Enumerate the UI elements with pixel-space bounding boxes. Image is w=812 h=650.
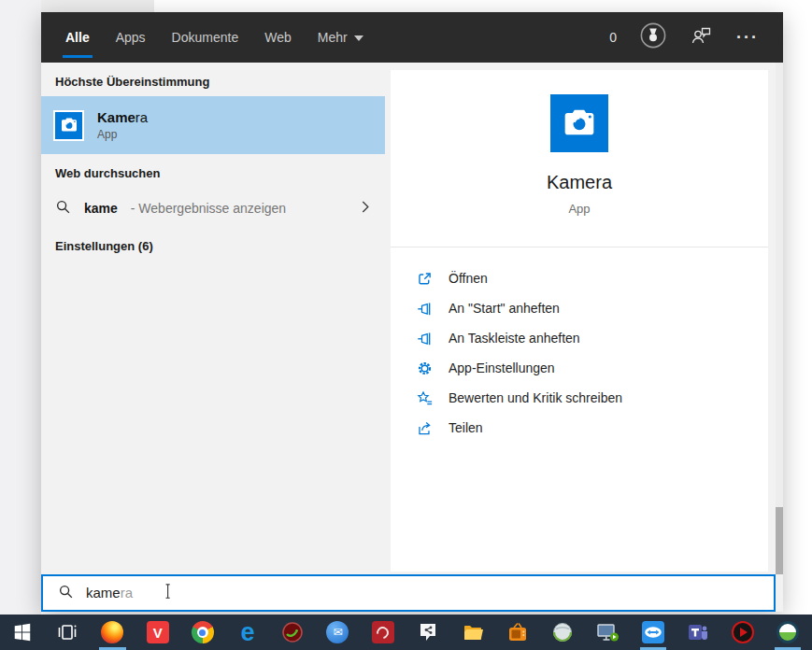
taskbar-file-explorer[interactable]	[450, 615, 495, 650]
chrome-icon	[192, 621, 214, 643]
app-title: Kamera	[391, 172, 768, 193]
best-match-subtitle: App	[97, 128, 148, 141]
action-pin-to-taskbar-label: An Taskleiste anheften	[449, 331, 580, 346]
pin-to-start-icon	[417, 301, 433, 317]
taskbar-feedback-bubble[interactable]	[406, 615, 450, 650]
vivaldi-icon: V	[147, 621, 169, 643]
taskbar-thunderbird[interactable]: ✉	[315, 615, 360, 650]
search-input-value: kamera	[86, 585, 133, 601]
action-app-settings-label: App-Einstellungen	[449, 360, 555, 375]
text-cursor-icon	[164, 583, 173, 603]
task-view-button[interactable]	[45, 615, 90, 650]
firefox-icon	[101, 621, 123, 643]
microsoft-teams-icon	[687, 621, 709, 643]
taskbar-vivaldi[interactable]: V	[135, 615, 180, 650]
filter-tabs: Alle Apps Dokumente Web Mehr	[65, 12, 363, 63]
action-share[interactable]: Teilen	[417, 413, 768, 443]
action-share-label: Teilen	[449, 420, 483, 435]
action-rate-review-label: Bewerten und Kritik schreiben	[449, 390, 622, 405]
header-actions: 0 ···	[609, 21, 759, 53]
taskbar-basilisk[interactable]	[270, 615, 315, 650]
web-suggestion-item[interactable]: kame - Webergebnisse anzeigen	[41, 190, 385, 227]
action-pin-to-taskbar[interactable]: An Taskleiste anheften	[417, 323, 768, 353]
scrollbar-thumb[interactable]	[776, 507, 783, 574]
rewards-count: 0	[609, 30, 617, 45]
thunderbird-icon: ✉	[326, 621, 349, 643]
action-open-label: Öffnen	[449, 271, 488, 286]
teamviewer-icon	[642, 621, 664, 643]
desktop-top-strip	[41, 0, 154, 12]
best-match-item[interactable]: Kamera App	[41, 96, 385, 154]
rewards-medal-icon[interactable]	[639, 21, 667, 53]
search-results-area: Höchste Übereinstimmung Kamera App Web d…	[41, 63, 783, 574]
tab-web[interactable]: Web	[264, 12, 292, 63]
taskbar-microsoft-teams[interactable]	[676, 615, 720, 650]
tv-app-icon	[506, 621, 529, 643]
action-list: Öffnen An "Start" anheften	[391, 263, 768, 443]
web-suggestion-hint: - Webergebnisse anzeigen	[131, 201, 286, 216]
taskbar: V e ✉	[0, 615, 812, 650]
task-view-icon	[56, 621, 78, 643]
action-pin-to-start-label: An "Start" anheften	[449, 301, 560, 316]
taskbar-remote-desktop[interactable]	[585, 615, 630, 650]
search-input[interactable]: kamera	[41, 574, 776, 612]
tab-dokumente[interactable]: Dokumente	[172, 12, 239, 63]
web-search-header: Web durchsuchen	[41, 154, 385, 188]
flyout-scrollbar[interactable]	[776, 63, 783, 574]
settings-gear-icon	[417, 360, 433, 376]
tab-mehr-label: Mehr	[318, 30, 348, 45]
chevron-right-icon	[361, 200, 371, 217]
best-match-title: Kamera	[97, 109, 148, 125]
taskbar-edge[interactable]: e	[225, 615, 270, 650]
best-match-title-bold: Kame	[97, 109, 135, 125]
divider	[391, 247, 768, 247]
file-explorer-icon	[462, 621, 484, 643]
tab-mehr[interactable]: Mehr	[318, 12, 363, 63]
pin-to-taskbar-icon	[417, 331, 433, 346]
web-suggestion-query: kame	[84, 201, 118, 216]
share-icon	[417, 420, 433, 436]
rate-review-icon	[417, 390, 433, 406]
taskbar-firefox[interactable]	[90, 615, 135, 650]
search-flyout: Alle Apps Dokumente Web Mehr 0	[41, 12, 783, 612]
action-rate-review[interactable]: Bewerten und Kritik schreiben	[417, 383, 768, 413]
tab-apps[interactable]: Apps	[116, 12, 146, 63]
taskbar-cisco-anyconnect[interactable]	[540, 615, 585, 650]
action-app-settings[interactable]: App-Einstellungen	[417, 353, 768, 383]
action-pin-to-start[interactable]: An "Start" anheften	[417, 293, 768, 323]
taskbar-media-player[interactable]	[720, 615, 765, 650]
action-open[interactable]: Öffnen	[417, 263, 768, 293]
camera-app-icon-large	[550, 94, 608, 152]
camera-app-icon	[53, 110, 84, 141]
search-typed-text: kame	[86, 585, 121, 601]
preview-panel: Kamera App Öffnen	[385, 63, 783, 574]
remote-desktop-icon	[596, 621, 620, 643]
best-match-header: Höchste Übereinstimmung	[41, 63, 385, 96]
results-list: Höchste Übereinstimmung Kamera App Web d…	[41, 63, 385, 574]
start-button[interactable]	[0, 615, 45, 650]
taskbar-webex[interactable]	[765, 615, 810, 650]
feedback-icon[interactable]	[690, 24, 714, 50]
media-player-icon	[732, 621, 754, 643]
chevron-down-icon	[354, 35, 363, 41]
best-match-title-rest: ra	[135, 109, 148, 125]
edge-icon: e	[241, 620, 255, 645]
best-match-text: Kamera App	[97, 109, 148, 141]
taskbar-chrome[interactable]	[180, 615, 225, 650]
cisco-anyconnect-icon	[551, 621, 574, 643]
more-options-icon[interactable]: ···	[736, 28, 759, 48]
taskbar-tv-app[interactable]	[495, 615, 540, 650]
search-completion-text: ra	[121, 585, 133, 601]
taskbar-teamviewer[interactable]	[631, 615, 676, 650]
app-subtitle: App	[391, 202, 768, 216]
tab-alle[interactable]: Alle	[65, 12, 90, 63]
taskbar-adobe-creative-cloud[interactable]	[361, 615, 406, 650]
feedback-bubble-icon	[417, 621, 439, 643]
webex-icon	[776, 621, 799, 643]
adobe-creative-cloud-icon	[372, 621, 394, 643]
open-icon	[417, 271, 433, 287]
basilisk-icon	[281, 621, 304, 643]
preview-card: Kamera App Öffnen	[391, 70, 768, 572]
desktop-left-strip	[0, 0, 41, 615]
search-icon	[55, 199, 71, 218]
